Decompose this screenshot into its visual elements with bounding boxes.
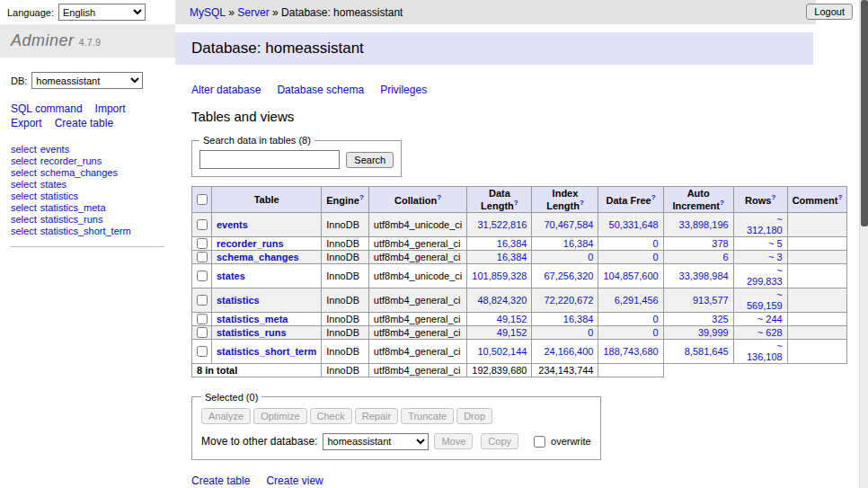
doc-link[interactable]: ? xyxy=(720,199,724,207)
table-name-cell: schema_changes xyxy=(212,250,322,263)
data-free-cell: 50,331,648 xyxy=(598,212,663,236)
sidebar-link-create-table[interactable]: Create table xyxy=(55,117,113,129)
logout-button[interactable]: Logout xyxy=(806,4,853,20)
database-schema-link[interactable]: Database schema xyxy=(277,84,364,96)
sidebar-table-link[interactable]: states xyxy=(40,179,66,190)
sidebar-table-link[interactable]: statistics_meta xyxy=(40,202,106,213)
table-row: schema_changesInnoDButf8mb4_general_ci16… xyxy=(192,250,847,263)
row-checkbox[interactable] xyxy=(197,238,208,249)
row-checkbox[interactable] xyxy=(197,314,208,324)
select-link[interactable]: select xyxy=(11,155,37,166)
doc-link[interactable]: ? xyxy=(837,193,842,201)
optimize-button[interactable]: Optimize xyxy=(253,408,306,424)
auto-increment-cell: 39,999 xyxy=(663,325,733,339)
language-select[interactable]: English xyxy=(58,4,146,21)
table-name-link[interactable]: states xyxy=(217,271,245,281)
create-view-link[interactable]: Create view xyxy=(266,475,323,487)
drop-button[interactable]: Drop xyxy=(456,408,492,424)
engine-cell: InnoDB xyxy=(322,250,369,263)
row-checkbox[interactable] xyxy=(197,346,208,357)
table-name-link[interactable]: statistics_meta xyxy=(217,314,288,324)
create-table-link[interactable]: Create table xyxy=(191,475,250,487)
select-link[interactable]: select xyxy=(11,214,37,225)
table-name-cell: statistics_short_term xyxy=(212,339,322,363)
sidebar-table-link[interactable]: statistics_runs xyxy=(40,214,103,225)
table-name-link[interactable]: statistics_short_term xyxy=(217,346,316,357)
select-link[interactable]: select xyxy=(11,191,37,201)
doc-link[interactable]: ? xyxy=(359,193,364,201)
row-checkbox[interactable] xyxy=(197,219,208,230)
table-row: recorder_runsInnoDButf8mb4_general_ci16,… xyxy=(192,236,847,250)
breadcrumb-link[interactable]: MySQL xyxy=(190,6,226,19)
sidebar-link-import[interactable]: Import xyxy=(95,102,126,115)
repair-button[interactable]: Repair xyxy=(355,408,398,424)
alter-database-link[interactable]: Alter database xyxy=(191,84,261,96)
rows-link[interactable]: ~ 299,833 xyxy=(747,265,783,287)
table-name-link[interactable]: statistics_runs xyxy=(217,327,287,338)
table-name-link[interactable]: recorder_runs xyxy=(217,238,284,249)
scrollbar[interactable] xyxy=(859,0,868,488)
doc-link[interactable]: ? xyxy=(651,193,656,201)
breadcrumb-link[interactable]: Server xyxy=(237,6,269,19)
page-title: Database: homeassistant xyxy=(175,32,813,65)
select-link[interactable]: select xyxy=(11,226,37,236)
sidebar-table-link[interactable]: events xyxy=(40,144,69,155)
rows-link[interactable]: ~ 5 xyxy=(768,238,783,249)
overwrite-checkbox[interactable] xyxy=(534,436,545,448)
sidebar-links: SQL commandImportExportCreate table xyxy=(0,89,175,129)
comment-cell xyxy=(787,325,847,339)
sidebar-item-statistics_runs: selectstatistics_runs xyxy=(11,214,164,226)
engine-cell: InnoDB xyxy=(322,263,369,288)
collation-cell: utf8mb4_unicode_ci xyxy=(368,212,466,236)
row-checkbox[interactable] xyxy=(197,295,208,306)
select-link[interactable]: select xyxy=(11,179,37,190)
rows-link[interactable]: ~ 244 xyxy=(757,314,783,324)
breadcrumb: MySQL » Server » Database: homeassistant xyxy=(175,0,816,24)
db-select[interactable]: homeassistant xyxy=(31,72,143,89)
rows-link[interactable]: ~ 136,108 xyxy=(747,341,783,362)
sidebar-table-link[interactable]: statistics xyxy=(40,191,78,201)
rows-link[interactable]: ~ 569,159 xyxy=(747,289,783,311)
analyze-button[interactable]: Analyze xyxy=(201,408,251,424)
table-name-link[interactable]: events xyxy=(217,219,248,230)
table-name-cell: statistics_runs xyxy=(212,325,322,339)
select-all-checkbox[interactable] xyxy=(197,194,208,205)
select-link[interactable]: select xyxy=(11,167,37,178)
doc-link[interactable]: ? xyxy=(514,199,518,207)
sidebar-link-sql-command[interactable]: SQL command xyxy=(11,102,83,115)
move-db-select[interactable]: homeassistant xyxy=(323,433,429,450)
rows-cell: ~ 299,833 xyxy=(733,263,787,288)
row-checkbox[interactable] xyxy=(197,252,208,262)
truncate-button[interactable]: Truncate xyxy=(401,408,454,424)
doc-link[interactable]: ? xyxy=(437,193,441,201)
sidebar-table-link[interactable]: schema_changes xyxy=(40,167,118,178)
comment-cell xyxy=(787,339,847,363)
select-link[interactable]: select xyxy=(11,202,37,213)
rows-link[interactable]: ~ 3 xyxy=(768,252,783,262)
check-button[interactable]: Check xyxy=(310,408,352,424)
row-checkbox[interactable] xyxy=(197,271,208,281)
doc-link[interactable]: ? xyxy=(580,199,584,207)
table-name-link[interactable]: statistics xyxy=(217,295,260,306)
move-button[interactable]: Move xyxy=(434,433,473,449)
select-link[interactable]: select xyxy=(11,144,37,155)
column-header-index-length: Index Length? xyxy=(532,187,598,213)
rows-link[interactable]: ~ 312,180 xyxy=(747,214,783,235)
sidebar-link-export[interactable]: Export xyxy=(11,117,42,129)
table-name-link[interactable]: schema_changes xyxy=(217,252,299,262)
db-action-links: Alter databaseDatabase schemaPrivileges xyxy=(191,84,859,96)
row-checkbox[interactable] xyxy=(197,327,208,338)
search-input[interactable] xyxy=(199,150,340,169)
rows-link[interactable]: ~ 628 xyxy=(757,327,783,338)
search-button[interactable]: Search xyxy=(346,152,394,168)
copy-button[interactable]: Copy xyxy=(481,433,518,449)
doc-link[interactable]: ? xyxy=(771,193,775,201)
column-header-table: Table xyxy=(212,187,322,213)
sidebar-item-events: selectevents xyxy=(11,144,164,155)
breadcrumb-separator: » xyxy=(270,6,281,19)
sidebar-table-link[interactable]: recorder_runs xyxy=(40,155,102,166)
scrollbar-thumb[interactable] xyxy=(861,0,868,226)
privileges-link[interactable]: Privileges xyxy=(380,84,427,96)
table-name-cell: statistics xyxy=(212,288,322,312)
sidebar-table-link[interactable]: statistics_short_term xyxy=(40,226,131,236)
